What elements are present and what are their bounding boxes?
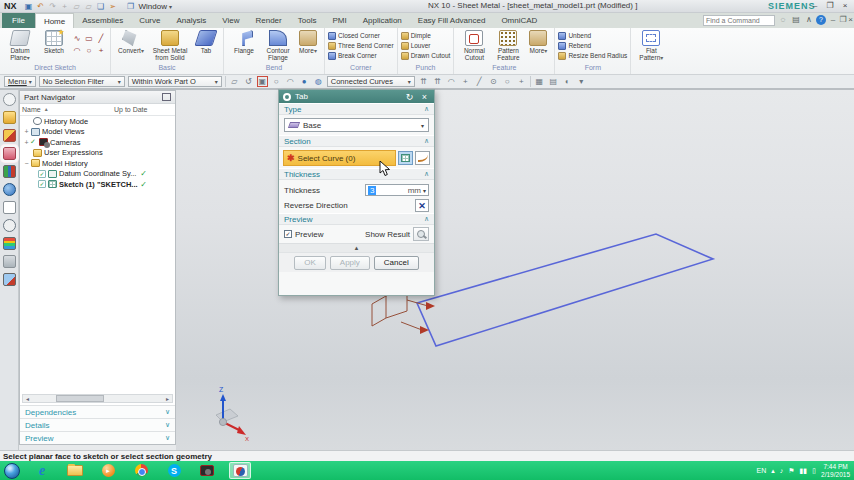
file-explorer-button[interactable] [64,462,86,479]
dimple-button[interactable]: Dimple [401,31,451,40]
constraint-navigator-icon[interactable] [3,129,16,142]
point-icon[interactable]: + [95,44,107,56]
thickness-section-header[interactable]: Thickness ∧ [279,168,434,180]
screen-recorder-button[interactable] [196,462,218,479]
normal-cutout-button[interactable]: Normal Cutout [457,29,491,61]
datum-plane-button[interactable]: Datum Plane [3,29,37,62]
type-section-header[interactable]: Type ∧ [279,103,434,115]
render-style-icon[interactable]: ▤ [548,76,559,87]
rectangle-select-icon[interactable]: ▣ [257,76,268,87]
tree-row-cameras[interactable]: + ✓ Cameras [20,137,175,148]
sketch-profile-curve[interactable] [417,234,713,346]
sphere-select-icon[interactable]: ◍ [313,76,324,87]
tab-render[interactable]: Render [247,13,289,28]
select-all-icon[interactable]: ↺ [243,76,254,87]
closed-corner-button[interactable]: Closed Corner [328,31,394,40]
circle-select-icon[interactable]: ◠ [285,76,296,87]
close-button[interactable]: × [838,0,852,11]
language-indicator[interactable]: EN [756,467,766,474]
circle-icon[interactable]: ○ [83,44,95,56]
details-panel[interactable]: Details ∨ [20,418,175,431]
thickness-value[interactable]: 3 [368,186,376,195]
find-command-input[interactable] [703,15,775,26]
tree-row-datum-csys[interactable]: ✓ Datum Coordinate Sy... ✓ [20,169,175,180]
sketch-section-button[interactable] [398,151,413,165]
column-header-name[interactable]: Name ▲ [22,106,114,113]
taskbar-clock[interactable]: 7:44 PM 2/19/2015 [821,463,850,478]
add-icon[interactable]: + [59,1,71,12]
dialog-title-bar[interactable]: Tab ↻ × [279,90,434,103]
tab-curve[interactable]: Curve [131,13,168,28]
three-bend-corner-button[interactable]: Three Bend Corner [328,41,394,50]
preview-section-header[interactable]: Preview ∧ [279,213,434,225]
touch-mode-icon[interactable]: ➢ [107,1,119,12]
curve-rule-dropdown[interactable]: Connected Curves▾ [327,76,415,87]
snap-point-icon[interactable]: + [460,76,471,87]
minimize-ribbon-icon[interactable]: ∧ [803,15,815,26]
scrollbar-thumb[interactable] [56,395,104,402]
tab-easy-fill-advanced[interactable]: Easy Fill Advanced [410,13,494,28]
tab-application[interactable]: Application [355,13,410,28]
collapse-icon[interactable]: − [23,160,30,167]
thickness-input[interactable]: 3 mm ▾ [365,184,429,196]
chevron-down-icon[interactable]: ▾ [423,187,426,194]
history-icon[interactable] [3,201,16,214]
feature-more-button[interactable]: More [525,29,551,55]
wireframe-view-icon[interactable]: ▦ [534,76,545,87]
arc-icon[interactable]: ◠ [71,44,83,56]
new-window-icon[interactable]: ❏ [95,1,107,12]
studio-spline-icon[interactable]: ∿ [71,32,83,44]
tab-command-button[interactable]: Tab [192,29,220,54]
expand-icon[interactable]: + [23,128,30,135]
selection-scope-dropdown[interactable]: Within Work Part O▾ [128,76,222,87]
lasso-icon[interactable]: ○ [271,76,282,87]
tab-file[interactable]: File [2,13,35,28]
save-icon[interactable]: ▣ [23,1,35,12]
tree-row-history-mode[interactable]: History Mode [20,116,175,127]
contour-flange-button[interactable]: Contour Flange [261,29,295,61]
flat-pattern-button[interactable]: Flat Pattern [634,29,668,62]
preview-checkbox[interactable]: ✓ [284,230,292,238]
snap-circle-icon[interactable]: ○ [502,76,513,87]
web-browser-icon[interactable] [3,183,16,196]
volume-icon[interactable]: ♪ [780,467,784,474]
power-icon[interactable]: ▯ [812,467,816,475]
menu-button[interactable]: Menu▾ [4,76,36,87]
redo-icon[interactable]: ↷ [47,1,59,12]
reverse-direction-button[interactable]: ✕ [415,199,429,212]
snap-plus-icon[interactable]: + [516,76,527,87]
line-icon[interactable]: ╱ [95,32,107,44]
snap-center-icon[interactable]: ⊙ [488,76,499,87]
suppress-checkbox[interactable]: ✓ [38,180,46,188]
shaded-view-icon[interactable]: ◐ [562,76,573,87]
apply-button[interactable]: Apply [330,256,370,270]
tab-home[interactable]: Home [35,13,74,28]
convert-button[interactable]: Convert [114,29,148,55]
command-finder-icon[interactable]: ▤ [790,15,802,26]
view-more-icon[interactable]: ▾ [576,76,587,87]
undo-icon[interactable]: ↶ [35,1,47,12]
show-result-button[interactable] [413,227,429,241]
ok-button[interactable]: OK [294,256,326,270]
panel-undock-icon[interactable] [162,93,171,101]
sketch-button[interactable]: Sketch [37,29,71,54]
media-player-button[interactable]: ▸ [97,462,119,479]
globe-icon[interactable]: ● [299,76,310,87]
paste-icon[interactable]: ▱ [83,1,95,12]
action-center-icon[interactable]: ⚑ [788,467,794,475]
sheet-metal-from-solid-button[interactable]: Sheet Metal from Solid [148,29,192,61]
reuse-library-icon[interactable] [3,165,16,178]
copy-icon[interactable]: ▱ [71,1,83,12]
tab-tools[interactable]: Tools [290,13,325,28]
manufacturing-wizard-icon[interactable] [3,255,16,268]
help-icon[interactable]: ? [816,15,826,25]
start-button[interactable] [4,463,20,479]
doc-close-icon[interactable]: × [847,15,854,26]
hidden-icons-icon[interactable]: ▴ [771,467,775,475]
cancel-button[interactable]: Cancel [374,256,419,270]
tree-row-model-views[interactable]: + Model Views [20,127,175,138]
flange-button[interactable]: Flange [227,29,261,54]
scroll-left-icon[interactable]: ◂ [23,395,32,402]
restore-button[interactable]: ❐ [823,0,837,11]
break-corner-button[interactable]: Break Corner [328,51,394,60]
